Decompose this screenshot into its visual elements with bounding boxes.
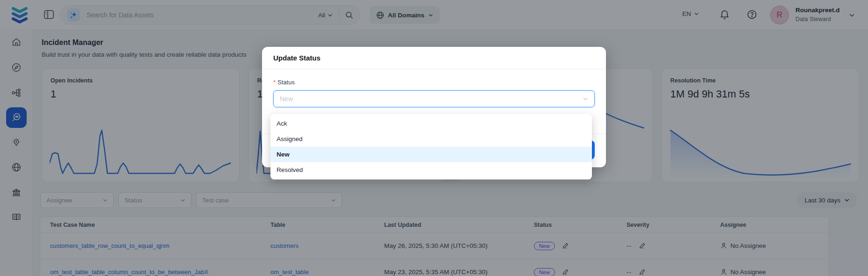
option-new[interactable]: New (270, 147, 592, 162)
option-ack[interactable]: Ack (270, 116, 592, 131)
chevron-down-icon (583, 96, 588, 102)
required-asterisk: * (273, 79, 276, 86)
status-label-text: Status (277, 79, 295, 86)
option-assigned[interactable]: Assigned (270, 131, 592, 147)
status-field-label: * Status (273, 79, 595, 86)
status-options-dropdown: Ack Assigned New Resolved (270, 114, 592, 179)
status-select-placeholder: New (280, 95, 293, 103)
modal-title: Update Status (262, 47, 606, 69)
status-select[interactable]: New (273, 90, 595, 107)
option-resolved[interactable]: Resolved (270, 162, 592, 178)
